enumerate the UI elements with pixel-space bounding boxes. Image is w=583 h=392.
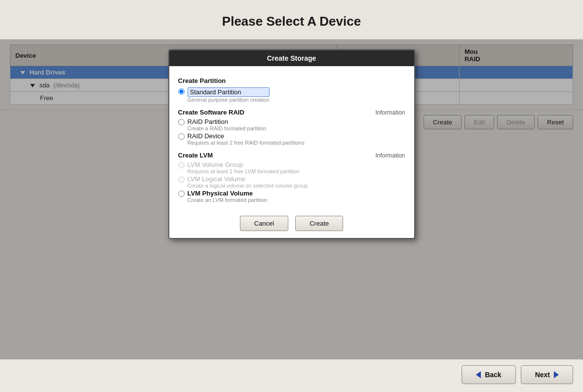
raid-partition-label[interactable]: RAID Partition (188, 118, 267, 125)
raid-partition-option: RAID Partition Create a RAID formated pa… (178, 118, 405, 131)
standard-partition-option: Standard Partition General purpose parti… (178, 87, 405, 103)
standard-partition-label[interactable]: Standard Partition (188, 87, 270, 97)
modal-title: Create Storage (267, 54, 316, 62)
lvm-physical-volume-option: LVM Physical Volume Create an LVM format… (178, 190, 405, 203)
page-title: Please Select A Device (10, 14, 573, 29)
raid-device-sublabel: Requires at least 2 free RAID formated p… (188, 140, 305, 146)
create-software-raid-header: Create Software RAID Information (178, 109, 405, 116)
back-arrow-icon (476, 371, 481, 378)
raid-device-label[interactable]: RAID Device (188, 132, 305, 140)
next-label: Next (535, 371, 550, 379)
next-arrow-icon (554, 371, 559, 378)
page-header: Please Select A Device (0, 0, 583, 39)
lvm-logical-volume-option: LVM Logical Volume Create a logical volu… (178, 175, 405, 189)
modal-body: Create Partition Standard Partition Gene… (169, 66, 414, 211)
standard-partition-radio[interactable] (178, 88, 185, 95)
lvm-logical-volume-radio[interactable] (178, 176, 185, 183)
lvm-physical-volume-label[interactable]: LVM Physical Volume (188, 190, 268, 197)
raid-information-link[interactable]: Information (375, 109, 405, 116)
lvm-information-link[interactable]: Information (375, 152, 405, 159)
back-button[interactable]: Back (462, 365, 515, 384)
lvm-logical-volume-sublabel: Create a logical volume on selected volu… (188, 183, 308, 189)
modal-cancel-button[interactable]: Cancel (240, 216, 288, 231)
raid-partition-sublabel: Create a RAID formated partition (188, 125, 267, 131)
standard-partition-sublabel: General purpose partition creation (188, 97, 270, 103)
raid-device-radio[interactable] (178, 133, 185, 140)
modal-create-button[interactable]: Create (295, 216, 343, 231)
modal-header: Create Storage (169, 50, 414, 66)
back-label: Back (485, 371, 501, 379)
nav-bar: Back Next (0, 359, 583, 392)
lvm-volume-group-sublabel: Requires at least 1 free LVM formated pa… (188, 168, 300, 174)
main-content: Device Size(MB) MouRAID Hard Drives (0, 39, 583, 359)
create-lvm-title: Create LVM (178, 152, 213, 159)
modal-footer: Cancel Create (169, 211, 414, 238)
lvm-physical-volume-sublabel: Create an LVM formated partition (188, 197, 268, 203)
create-partition-section-title: Create Partition (178, 77, 405, 84)
lvm-volume-group-label: LVM Volume Group (188, 161, 300, 168)
modal-overlay: Create Storage Create Partition Standard… (0, 39, 583, 359)
lvm-volume-group-radio[interactable] (178, 162, 185, 168)
page-wrapper: Please Select A Device Device Size(MB) M… (0, 0, 583, 392)
raid-partition-radio[interactable] (178, 119, 185, 125)
lvm-logical-volume-label: LVM Logical Volume (188, 175, 308, 183)
create-lvm-header: Create LVM Information (178, 152, 405, 159)
create-storage-modal: Create Storage Create Partition Standard… (168, 49, 415, 239)
next-button[interactable]: Next (521, 365, 573, 384)
create-software-raid-title: Create Software RAID (178, 109, 244, 116)
lvm-volume-group-option: LVM Volume Group Requires at least 1 fre… (178, 161, 405, 174)
lvm-physical-volume-radio[interactable] (178, 191, 185, 197)
raid-device-option: RAID Device Requires at least 2 free RAI… (178, 132, 405, 146)
